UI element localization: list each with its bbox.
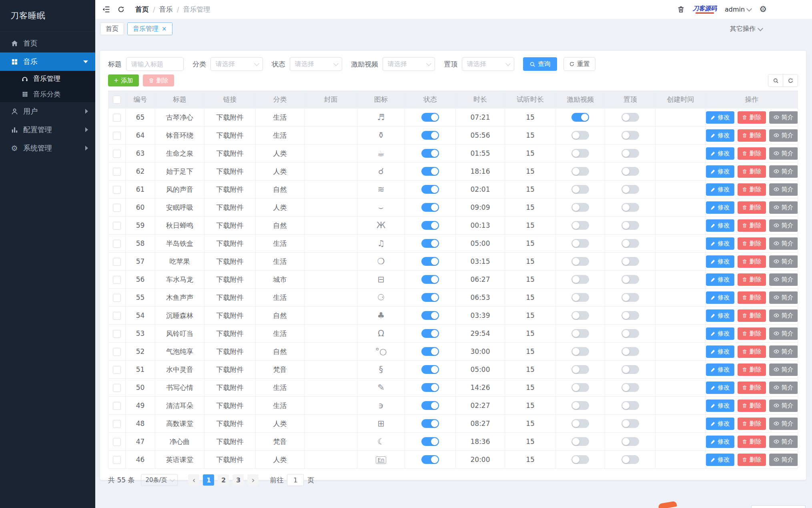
incentive-toggle[interactable] (571, 383, 589, 392)
edit-button[interactable]: 修改 (706, 363, 734, 376)
user-dropdown[interactable]: admin (725, 6, 751, 13)
top-toggle[interactable] (622, 131, 639, 140)
sidebar-item-system[interactable]: ⚙ 系统管理 (0, 139, 95, 157)
delete-button[interactable]: 删除 (738, 382, 766, 394)
top-toggle[interactable] (622, 347, 639, 356)
info-button[interactable]: 简介 (769, 309, 798, 322)
breadcrumb-home[interactable]: 首页 (135, 5, 149, 14)
status-filter-select[interactable]: 请选择 (290, 57, 342, 71)
status-toggle[interactable] (421, 419, 439, 428)
row-checkbox[interactable] (113, 420, 121, 428)
status-toggle[interactable] (421, 347, 439, 356)
info-button[interactable]: 简介 (769, 273, 798, 286)
row-checkbox[interactable] (113, 276, 121, 284)
download-link[interactable]: 下载附件 (217, 438, 244, 446)
edit-button[interactable]: 修改 (706, 309, 734, 322)
status-toggle[interactable] (421, 329, 439, 338)
category-filter-select[interactable]: 请选择 (211, 57, 263, 71)
title-filter-input[interactable] (126, 57, 184, 71)
delete-button[interactable]: 删除 (738, 219, 766, 232)
download-link[interactable]: 下载附件 (217, 239, 244, 247)
download-link[interactable]: 下载附件 (217, 384, 244, 392)
top-toggle[interactable] (622, 257, 639, 266)
delete-button[interactable]: 删除 (738, 363, 766, 376)
top-toggle[interactable] (622, 329, 639, 338)
delete-button[interactable]: 删除 (738, 129, 766, 142)
row-checkbox[interactable] (113, 402, 121, 410)
reset-button[interactable]: 重置 (563, 57, 595, 71)
delete-button[interactable]: 删除 (738, 237, 766, 250)
info-button[interactable]: 简介 (769, 291, 798, 304)
row-checkbox[interactable] (113, 186, 121, 194)
info-button[interactable]: 简介 (769, 219, 798, 232)
delete-button[interactable]: 删除 (738, 345, 766, 358)
top-toggle[interactable] (622, 293, 639, 302)
download-link[interactable]: 下载附件 (217, 203, 244, 211)
sidebar-item-music-category[interactable]: 音乐分类 (0, 86, 95, 102)
status-toggle[interactable] (421, 275, 439, 284)
download-link[interactable]: 下载附件 (217, 275, 244, 283)
incentive-toggle[interactable] (571, 131, 589, 140)
incentive-toggle[interactable] (571, 239, 589, 248)
sidebar-item-music[interactable]: 音乐 (0, 52, 95, 71)
row-checkbox[interactable] (113, 258, 121, 266)
row-checkbox[interactable] (113, 312, 121, 320)
info-button[interactable]: 简介 (769, 147, 798, 160)
status-toggle[interactable] (421, 203, 439, 212)
page-button-3[interactable]: 3 (233, 474, 244, 486)
status-toggle[interactable] (421, 293, 439, 302)
page-size-select[interactable]: 20条/页 (141, 474, 178, 486)
incentive-toggle[interactable] (571, 347, 589, 356)
delete-button[interactable]: 删除 (738, 255, 766, 268)
status-toggle[interactable] (421, 113, 439, 122)
info-button[interactable]: 简介 (769, 382, 798, 394)
tab-home[interactable]: 首页 (100, 22, 124, 35)
row-checkbox[interactable] (113, 150, 121, 158)
status-toggle[interactable] (421, 167, 439, 176)
row-checkbox[interactable] (113, 366, 121, 374)
row-checkbox[interactable] (113, 456, 121, 464)
status-toggle[interactable] (421, 437, 439, 446)
info-button[interactable]: 简介 (769, 201, 798, 214)
edit-button[interactable]: 修改 (706, 400, 734, 412)
edit-button[interactable]: 修改 (706, 165, 734, 178)
edit-button[interactable]: 修改 (706, 147, 734, 160)
info-button[interactable]: 简介 (769, 363, 798, 376)
top-toggle[interactable] (622, 149, 639, 158)
top-toggle[interactable] (622, 275, 639, 284)
download-link[interactable]: 下载附件 (217, 167, 244, 175)
edit-button[interactable]: 修改 (706, 273, 734, 286)
row-checkbox[interactable] (113, 294, 121, 302)
download-link[interactable]: 下载附件 (217, 131, 244, 139)
status-toggle[interactable] (421, 311, 439, 320)
page-button-2[interactable]: 2 (218, 474, 229, 486)
download-link[interactable]: 下载附件 (217, 347, 244, 355)
incentive-toggle[interactable] (571, 293, 589, 302)
top-toggle[interactable] (622, 113, 639, 122)
status-toggle[interactable] (421, 257, 439, 266)
status-toggle[interactable] (421, 239, 439, 248)
incentive-toggle[interactable] (571, 221, 589, 230)
row-checkbox[interactable] (113, 204, 121, 212)
info-button[interactable]: 简介 (769, 111, 798, 124)
info-button[interactable]: 简介 (769, 255, 798, 268)
edit-button[interactable]: 修改 (706, 111, 734, 124)
top-toggle[interactable] (622, 185, 639, 194)
prev-page-button[interactable]: ‹ (188, 474, 199, 486)
info-button[interactable]: 简介 (769, 418, 798, 430)
download-link[interactable]: 下载附件 (217, 311, 244, 319)
top-toggle[interactable] (622, 311, 639, 320)
top-toggle[interactable] (622, 167, 639, 176)
top-toggle[interactable] (622, 365, 639, 374)
breadcrumb-music[interactable]: 音乐 (159, 5, 173, 14)
edit-button[interactable]: 修改 (706, 418, 734, 430)
top-toggle[interactable] (622, 401, 639, 410)
incentive-toggle[interactable] (571, 455, 589, 464)
incentive-toggle[interactable] (571, 167, 589, 176)
incentive-toggle[interactable] (571, 257, 589, 266)
status-toggle[interactable] (421, 365, 439, 374)
info-button[interactable]: 简介 (769, 400, 798, 412)
delete-button[interactable]: 删除 (738, 291, 766, 304)
incentive-toggle[interactable] (571, 203, 589, 212)
more-operations-dropdown[interactable]: 其它操作 (730, 25, 762, 33)
